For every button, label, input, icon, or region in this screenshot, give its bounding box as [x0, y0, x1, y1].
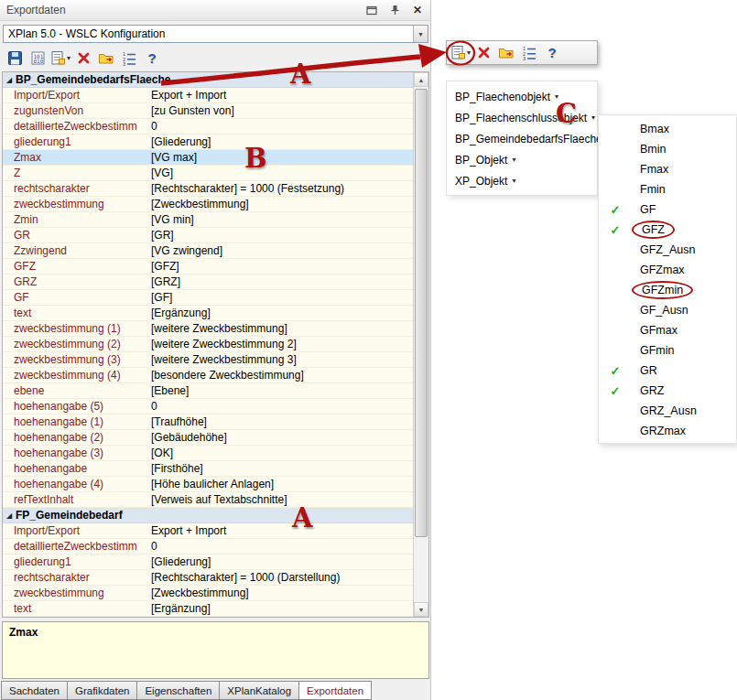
chevron-down-icon[interactable]: ▾	[467, 48, 471, 57]
export-data-button[interactable]: 101010	[27, 48, 48, 69]
scrollbar-track[interactable]	[414, 87, 428, 602]
attribute-label: GF	[632, 202, 664, 217]
attribute-label: GFmax	[632, 323, 686, 338]
grid-row[interactable]: hoehenangabe (4)[Höhe baulicher Anlagen]	[3, 477, 413, 492]
attribute-menu-item[interactable]: Bmax	[599, 119, 736, 139]
grid-row[interactable]: ebene[Ebene]	[3, 383, 413, 399]
help-button[interactable]: ?	[542, 43, 562, 63]
numbered-list-button[interactable]: 123	[119, 48, 139, 69]
help-button[interactable]: ?	[142, 48, 162, 69]
section-header[interactable]: ◢BP_GemeindebedarfsFlaeche	[3, 72, 413, 88]
attribute-menu-item[interactable]: ✓GR	[599, 361, 736, 381]
grid-row[interactable]: GFZ[GFZ]	[3, 259, 413, 275]
svg-text:3: 3	[123, 61, 125, 66]
scrollbar-thumb[interactable]	[415, 89, 428, 537]
grid-row[interactable]: hoehenangabe (1)[Traufhöhe]	[3, 415, 413, 430]
attribute-menu-item[interactable]: GRZmax	[599, 421, 736, 441]
tab-eigenschaften[interactable]: Eigenschaften	[137, 681, 220, 700]
tab-exportdaten[interactable]: Exportdaten	[299, 681, 372, 700]
tab-grafikdaten[interactable]: Grafikdaten	[68, 681, 137, 700]
attribute-menu-item[interactable]: Fmin	[599, 179, 736, 199]
configuration-select[interactable]: XPlan 5.0 - WSLC Konfiguration ▾	[3, 25, 428, 43]
profile-button[interactable]: ▾	[50, 48, 70, 69]
grid-row[interactable]: zweckbestimmung (1)[weitere Zweckbestimm…	[3, 321, 413, 337]
grid-row[interactable]: Zzwingend[VG zwingend]	[3, 243, 413, 259]
row-value: [weitere Zweckbestimmung]	[147, 322, 413, 335]
grid-row[interactable]: detaillierteZweckbestimm0	[3, 539, 413, 555]
grid-row[interactable]: Import/ExportExport + Import	[3, 88, 413, 103]
attribute-menu-item[interactable]: GFZ_Ausn	[599, 240, 736, 260]
object-menu-item[interactable]: BP_GemeindebedarfsFlaeche▾	[447, 128, 597, 149]
chevron-down-icon[interactable]: ▾	[413, 26, 428, 42]
attribute-menu-item[interactable]: GFmax	[599, 320, 736, 340]
chevron-down-icon: ▾	[512, 156, 515, 164]
attribute-label: GRZ_Ausn	[632, 404, 705, 418]
grid-row[interactable]: zweckbestimmung (4)[besondere Zweckbesti…	[3, 368, 413, 383]
grid-row[interactable]: hoehenangabe (5)0	[3, 399, 413, 415]
attribute-menu-item[interactable]: Bmin	[599, 139, 736, 159]
check-icon: ✓	[599, 223, 632, 237]
grid-row[interactable]: refTextInhalt[Verweis auf Textabschnitte…	[3, 492, 413, 508]
grid-row[interactable]: zweckbestimmung (3)[weitere Zweckbestimm…	[3, 352, 413, 368]
tab-sachdaten[interactable]: Sachdaten	[1, 681, 68, 700]
grid-row[interactable]: zweckbestimmung (2)[weitere Zweckbestimm…	[3, 337, 413, 352]
chevron-down-icon[interactable]: ▾	[67, 54, 70, 62]
row-value: [VG]	[147, 167, 413, 179]
grid-row[interactable]: zweckbestimmung[Zweckbestimmung]	[3, 197, 413, 212]
object-menu-item[interactable]: XP_Objekt▾	[447, 170, 597, 191]
attribute-menu-item[interactable]: Fmax	[599, 159, 736, 179]
grid-row[interactable]: rechtscharakter[Rechtscharakter] = 1000 …	[3, 570, 413, 586]
scroll-down-icon[interactable]: ▼	[414, 602, 428, 617]
object-menu-item[interactable]: BP_Flaechenschlussobjekt▾	[447, 107, 597, 128]
object-menu-item[interactable]: BP_Flaechenobjekt▾	[447, 86, 597, 107]
grid-row[interactable]: text[Ergänzung]	[3, 306, 413, 321]
description-box: Zmax	[2, 621, 429, 679]
row-value: [VG max]	[147, 151, 413, 164]
grid-row[interactable]: text[Ergänzung]	[3, 601, 413, 617]
object-menu-item[interactable]: BP_Objekt▾	[447, 149, 597, 170]
close-icon[interactable]: ✕	[411, 4, 424, 16]
grid-row[interactable]: gliederung1[Gliederung]	[3, 135, 413, 150]
grid-row[interactable]: Zmin[VG min]	[3, 212, 413, 228]
numbered-list-icon: 123	[522, 45, 537, 60]
save-button[interactable]	[5, 48, 25, 69]
delete-button[interactable]	[73, 48, 93, 69]
numbered-list-button[interactable]: 123	[519, 43, 539, 63]
grid-row[interactable]: rechtscharakter[Rechtscharakter] = 1000 …	[3, 181, 413, 197]
section-expand-icon[interactable]: ◢	[3, 512, 16, 520]
grid-row[interactable]: zweckbestimmung[Zweckbestimmung]	[3, 586, 413, 601]
export-folder-button[interactable]	[496, 43, 516, 63]
grid-row[interactable]: hoehenangabe[Firsthöhe]	[3, 461, 413, 477]
attribute-menu-item[interactable]: GF_Ausn	[599, 300, 736, 320]
grid-row[interactable]: GRZ[GRZ]	[3, 275, 413, 290]
vertical-scrollbar[interactable]: ▲ ▼	[413, 72, 428, 617]
grid-row[interactable]: zugunstenVon[zu Gunsten von]	[3, 103, 413, 119]
profile-button[interactable]: ▾	[450, 43, 471, 63]
section-header[interactable]: ◢FP_Gemeindebedarf	[3, 508, 413, 523]
attribute-menu-item[interactable]: GFmin	[599, 340, 736, 361]
grid-row[interactable]: hoehenangabe (2)[Gebäudehöhe]	[3, 430, 413, 446]
row-value: [Ebene]	[147, 384, 413, 397]
export-folder-button[interactable]	[96, 48, 116, 69]
pin-icon[interactable]	[388, 4, 401, 16]
attribute-menu-item[interactable]: GFZmax	[599, 260, 736, 280]
attribute-menu-item[interactable]: GRZ_Ausn	[599, 401, 736, 421]
grid-row[interactable]: gliederung1[Gliederung]	[3, 555, 413, 570]
attribute-menu-item[interactable]: ✓GFZ	[599, 220, 736, 240]
float-window-icon[interactable]	[365, 4, 378, 16]
delete-button[interactable]	[473, 43, 493, 63]
grid-row[interactable]: GR[GR]	[3, 228, 413, 243]
attribute-menu-item[interactable]: GFZmin	[599, 280, 736, 300]
grid-row[interactable]: hoehenangabe (3)[OK]	[3, 446, 413, 461]
profile-form-icon	[50, 50, 66, 66]
attribute-menu-item[interactable]: ✓GF	[599, 199, 736, 220]
grid-row[interactable]: Import/ExportExport + Import	[3, 523, 413, 539]
section-expand-icon[interactable]: ◢	[3, 76, 16, 84]
tab-xplankatalog[interactable]: XPlanKatalog	[220, 681, 299, 700]
grid-row[interactable]: GF[GF]	[3, 290, 413, 306]
grid-row[interactable]: detaillierteZweckbestimm0	[3, 119, 413, 135]
grid-row[interactable]: Zmax[VG max]	[3, 150, 413, 166]
scroll-up-icon[interactable]: ▲	[414, 72, 428, 87]
attribute-menu-item[interactable]: ✓GRZ	[599, 381, 736, 401]
grid-row[interactable]: Z[VG]	[3, 166, 413, 181]
